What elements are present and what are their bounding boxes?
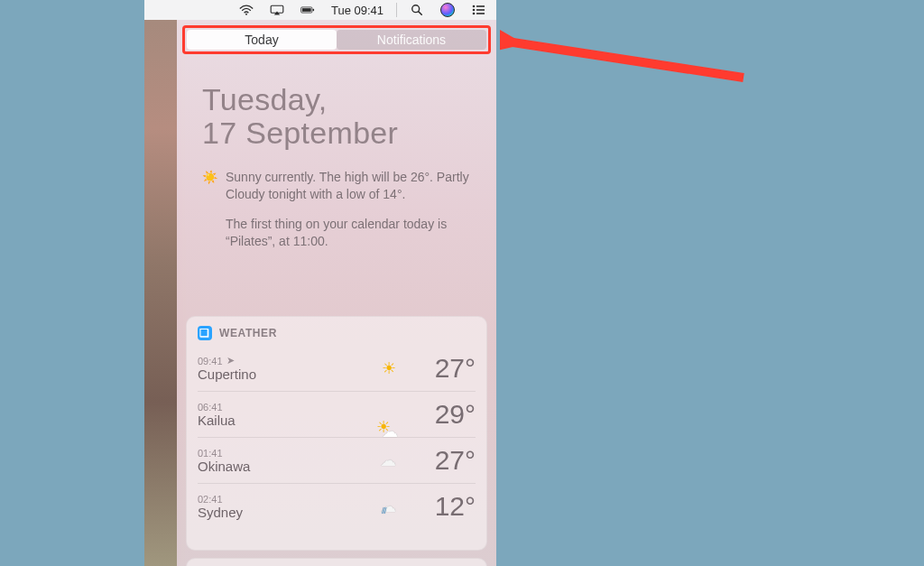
svg-rect-8	[476, 5, 485, 7]
weather-row[interactable]: 02:41Sydney☁︎///12°	[198, 484, 476, 529]
weather-row-city: Kailua	[198, 413, 236, 428]
menubar-datetime[interactable]: Tue 09:41	[326, 0, 389, 20]
svg-point-11	[473, 13, 476, 15]
menubar-separator	[396, 3, 397, 17]
weather-row[interactable]: 06:41Kailua☀︎☁︎29°	[198, 392, 476, 438]
desktop-background-sliver	[144, 20, 178, 566]
menubar: Tue 09:41	[144, 0, 496, 21]
weather-row-city: Cupertino	[198, 367, 256, 382]
today-calendar-summary: The first thing on your calendar today i…	[202, 216, 478, 250]
tab-segmented-control: Today Notifications	[182, 25, 491, 54]
notification-center-icon[interactable]	[466, 0, 491, 20]
svg-line-13	[507, 42, 744, 78]
weather-row-temp: 27°	[412, 445, 476, 476]
weather-row-time: 02:41	[198, 494, 243, 505]
tab-today[interactable]: Today	[187, 30, 337, 50]
annotation-arrow	[500, 22, 753, 94]
weather-row-city: Sydney	[198, 505, 243, 520]
weather-row-city: Okinawa	[198, 459, 250, 474]
siri-icon[interactable]	[435, 0, 460, 20]
tab-notifications[interactable]: Notifications	[337, 30, 486, 50]
sun-icon: ☀️	[202, 169, 217, 203]
weather-condition-icon: ☁︎	[380, 450, 396, 470]
weather-condition-icon: ☀︎☁︎	[376, 405, 396, 424]
weather-app-icon: ❏	[198, 326, 212, 340]
world-clock-widget[interactable]: WORLD CLOCK	[186, 558, 487, 566]
location-arrow-icon: ➤	[226, 355, 235, 367]
weather-condition-icon: ☁︎///	[380, 496, 396, 516]
weather-row-temp: 27°	[412, 353, 476, 384]
notification-center-panel: Today Notifications Tuesday, 17 Septembe…	[177, 20, 496, 566]
svg-point-9	[473, 9, 476, 12]
weather-widget[interactable]: ❏ WEATHER 09:41 ➤Cupertino☀︎27°06:41Kail…	[186, 316, 487, 551]
today-date-line1: Tuesday,	[202, 82, 327, 116]
weather-row-temp: 12°	[412, 491, 476, 522]
weather-row-time: 06:41	[198, 402, 236, 413]
svg-point-7	[473, 5, 476, 8]
today-date: Tuesday, 17 September	[202, 83, 478, 149]
weather-row-time: 01:41	[198, 448, 250, 459]
battery-icon[interactable]	[295, 0, 320, 20]
spotlight-icon[interactable]	[404, 0, 430, 20]
wifi-icon[interactable]	[234, 0, 259, 20]
weather-row[interactable]: 01:41Okinawa☁︎27°	[198, 438, 476, 484]
svg-rect-10	[476, 9, 485, 11]
airplay-icon[interactable]	[264, 0, 290, 20]
weather-condition-icon: ☀︎	[382, 358, 396, 378]
svg-rect-12	[476, 13, 485, 14]
today-weather-summary: Sunny currently. The high will be 26°. P…	[226, 169, 478, 203]
svg-rect-4	[312, 9, 314, 11]
weather-row[interactable]: 09:41 ➤Cupertino☀︎27°	[198, 346, 476, 392]
weather-row-time: 09:41 ➤	[198, 355, 256, 367]
svg-point-0	[245, 14, 247, 15]
weather-widget-title: WEATHER	[219, 327, 277, 339]
svg-rect-3	[302, 8, 311, 12]
svg-line-6	[419, 12, 422, 15]
today-date-line2: 17 September	[202, 116, 398, 150]
today-summary: Tuesday, 17 September ☀️ Sunny currently…	[202, 83, 478, 250]
weather-row-temp: 29°	[412, 399, 476, 430]
